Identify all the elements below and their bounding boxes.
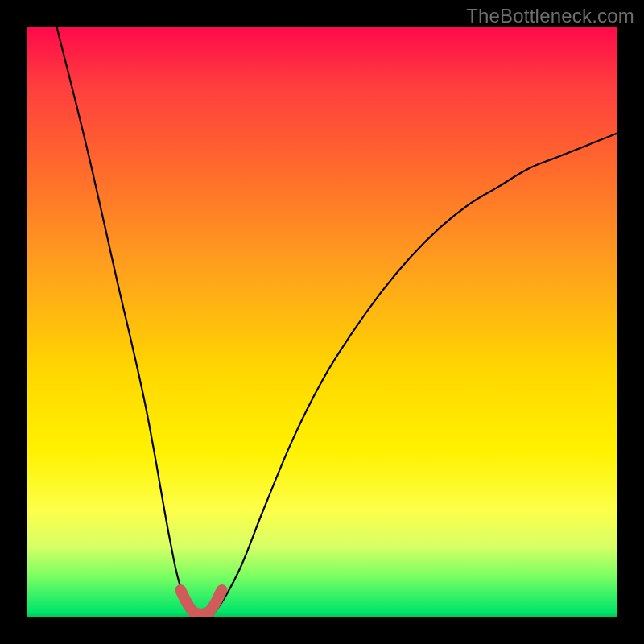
plot-area [27, 27, 617, 617]
bottleneck-curve [57, 27, 617, 617]
watermark-label: TheBottleneck.com [466, 5, 634, 27]
optimal-highlight [180, 590, 221, 614]
chart-frame: TheBottleneck.com [0, 0, 644, 644]
curve-layer [27, 27, 617, 617]
